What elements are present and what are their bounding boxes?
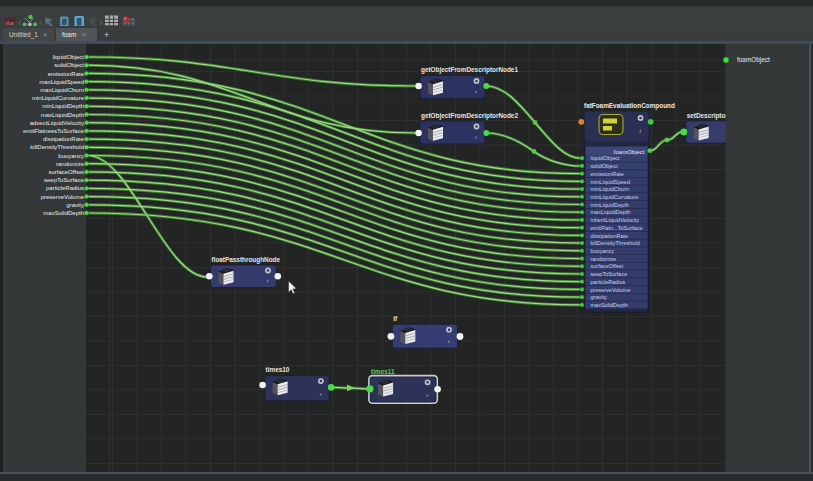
- svg-text:emissionRate: emissionRate: [48, 71, 85, 77]
- svg-text:particleRadius: particleRadius: [591, 279, 626, 285]
- svg-text:surfaceOffset: surfaceOffset: [591, 263, 624, 269]
- svg-text:advectLiquidVelocity: advectLiquidVelocity: [30, 120, 84, 126]
- svg-text:dissipationRate: dissipationRate: [591, 233, 629, 239]
- svg-text:liquidObject: liquidObject: [591, 155, 620, 161]
- svg-text:maxLiquidDepth: maxLiquidDepth: [41, 112, 84, 118]
- svg-text:killDensityThreshold: killDensityThreshold: [591, 240, 640, 246]
- svg-text:preserveVolume: preserveVolume: [591, 287, 631, 293]
- svg-text:seepToSurface: seepToSurface: [44, 177, 85, 183]
- svg-text:surfaceOffset: surfaceOffset: [48, 169, 84, 175]
- svg-text:buoyancy: buoyancy: [591, 248, 615, 254]
- svg-text:maxSolidDepth: maxSolidDepth: [43, 210, 84, 216]
- svg-text:maxLiquidChurn: maxLiquidChurn: [40, 87, 84, 93]
- svg-text:minLiquidDepth: minLiquidDepth: [591, 202, 629, 208]
- svg-text:setDescriptor: setDescriptor: [687, 112, 729, 120]
- svg-text:getObjectFromDescriptorNode2: getObjectFromDescriptorNode2: [421, 112, 518, 120]
- svg-text:minLiquidCurvature: minLiquidCurvature: [32, 95, 85, 101]
- svg-text:buoyancy: buoyancy: [58, 153, 84, 159]
- svg-text:dissipationRate: dissipationRate: [43, 136, 85, 142]
- svg-text:if: if: [393, 315, 398, 322]
- svg-text:solidObject: solidObject: [591, 163, 619, 169]
- svg-text:getObjectFromDescriptorNode1: getObjectFromDescriptorNode1: [421, 66, 518, 74]
- svg-text:minLiquidCurvature: minLiquidCurvature: [591, 194, 639, 200]
- svg-text:randomize: randomize: [56, 161, 85, 167]
- svg-text:liquidObject: liquidObject: [53, 54, 85, 60]
- svg-text:minLiquidSpeed: minLiquidSpeed: [591, 179, 630, 185]
- svg-text:killDensityThreshold: killDensityThreshold: [30, 144, 84, 150]
- svg-text:inheritLiquidVelocity: inheritLiquidVelocity: [591, 217, 640, 223]
- svg-text:seepToSurface: seepToSurface: [591, 271, 628, 277]
- svg-text:randomize: randomize: [591, 256, 617, 262]
- svg-text:foamObject: foamObject: [737, 56, 770, 64]
- svg-text:floatPassthroughNode: floatPassthroughNode: [212, 256, 281, 264]
- svg-text:foamObject: foamObject: [614, 149, 645, 155]
- svg-text:solidObject: solidObject: [54, 62, 84, 68]
- svg-text:maxSolidDepth: maxSolidDepth: [591, 302, 628, 308]
- svg-text:fatFoamEvaluationCompound: fatFoamEvaluationCompound: [584, 102, 675, 110]
- svg-text:gravity: gravity: [66, 202, 84, 208]
- svg-text:emitFlatn...ToSurface: emitFlatn...ToSurface: [591, 225, 643, 231]
- svg-text:times10: times10: [266, 366, 290, 373]
- svg-text:maxLiquidSpeed: maxLiquidSpeed: [39, 79, 84, 85]
- svg-text:maxLiquidDepth: maxLiquidDepth: [591, 209, 631, 215]
- svg-text:preserveVolume: preserveVolume: [41, 194, 85, 200]
- svg-text:minLiquidChurn: minLiquidChurn: [591, 186, 630, 192]
- svg-text:times11: times11: [371, 368, 395, 375]
- svg-text:particleRadius: particleRadius: [46, 185, 84, 191]
- svg-text:gravity: gravity: [591, 294, 607, 300]
- svg-text:emitFlatnessToSurface: emitFlatnessToSurface: [23, 128, 85, 134]
- svg-text:emissionRate: emissionRate: [591, 171, 624, 177]
- svg-text:minLiquidDepth: minLiquidDepth: [42, 103, 84, 109]
- svg-text:i: i: [640, 128, 641, 134]
